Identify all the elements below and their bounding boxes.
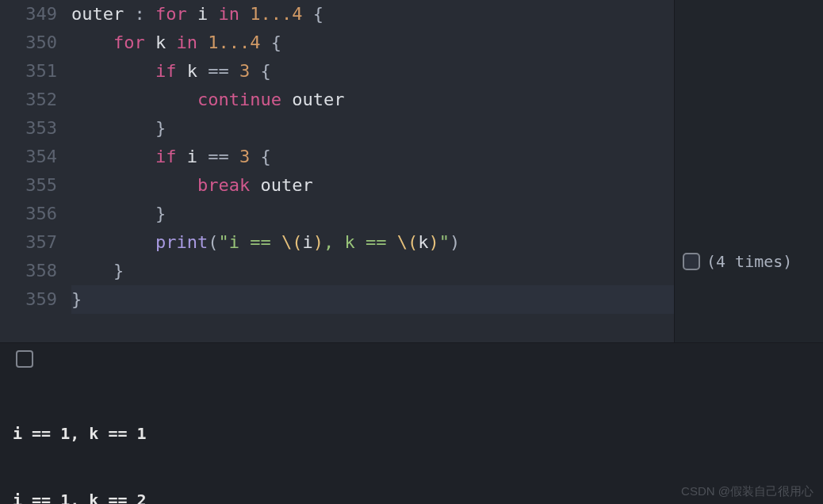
line-number: 350 (0, 29, 57, 57)
line-number: 349 (0, 0, 57, 29)
result-badge[interactable]: (4 times) (683, 252, 792, 271)
code-line[interactable]: } (71, 285, 674, 314)
code-line[interactable]: print("i == \(i), k == \(k)") (71, 228, 674, 257)
line-number: 359 (0, 285, 57, 314)
code-line[interactable]: continue outer (71, 86, 674, 114)
line-number: 352 (0, 86, 57, 114)
playground-result-sidebar: (4 times) (674, 0, 823, 342)
console-toggle-icon[interactable] (16, 350, 33, 368)
console-area: i == 1, k == 1 i == 1, k == 2 i == 2, k … (0, 342, 823, 504)
code-line[interactable]: } (71, 200, 674, 228)
line-number: 354 (0, 143, 57, 171)
line-number: 357 (0, 228, 57, 257)
result-view-icon[interactable] (683, 253, 700, 270)
code-pane: 349 350 351 352 353 354 355 356 357 358 … (0, 0, 674, 342)
code-line[interactable]: if i == 3 { (71, 143, 674, 171)
console-line: i == 1, k == 1 (13, 422, 810, 445)
line-number: 351 (0, 57, 57, 86)
code-line[interactable]: if k == 3 { (71, 57, 674, 86)
line-gutter: 349 350 351 352 353 354 355 356 357 358 … (0, 0, 71, 342)
result-label: (4 times) (706, 252, 792, 271)
code-line[interactable]: for k in 1...4 { (71, 29, 674, 57)
code-line[interactable]: outer : for i in 1...4 { (71, 0, 674, 29)
line-number: 356 (0, 200, 57, 228)
line-number: 358 (0, 257, 57, 285)
code-content[interactable]: outer : for i in 1...4 { for k in 1...4 … (71, 0, 674, 342)
code-line[interactable]: } (71, 114, 674, 143)
line-number: 355 (0, 171, 57, 200)
line-number: 353 (0, 114, 57, 143)
console-header (0, 343, 823, 375)
code-line[interactable]: break outer (71, 171, 674, 200)
editor-area: 349 350 351 352 353 354 355 356 357 358 … (0, 0, 823, 342)
code-line[interactable]: } (71, 257, 674, 285)
watermark: CSDN @假装自己很用心 (681, 484, 813, 499)
